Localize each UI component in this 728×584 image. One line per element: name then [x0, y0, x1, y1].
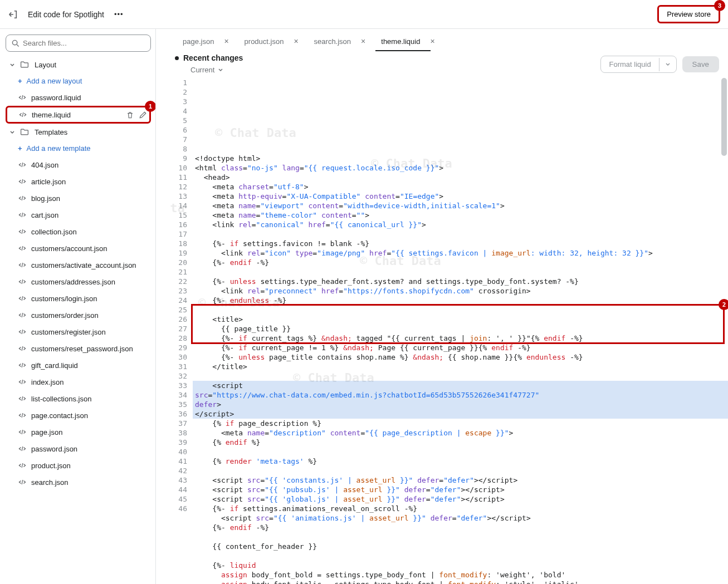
page-title: Edit code for Spotlight: [28, 10, 104, 19]
code-line-8[interactable]: <link rel="canonical" href="{{ canonical…: [193, 220, 728, 229]
code-line-5[interactable]: <meta http-equiv="X-UA-Compatible" conte…: [193, 192, 728, 201]
code-line-20[interactable]: {%- if current_tags %} &ndash; tagged "{…: [193, 333, 728, 343]
code-line-33[interactable]: {% render 'meta-tags' %}: [193, 457, 728, 466]
code-line-21[interactable]: {%- if current_page != 1 %} &ndash; Page…: [193, 343, 728, 352]
code-line-13[interactable]: [193, 267, 728, 277]
file-list-collections-json[interactable]: list-collections.json: [6, 390, 151, 407]
tab-page-json[interactable]: page.json×: [175, 31, 237, 51]
code-area[interactable]: © Chat Data © Chat Data © Chat Data © Ch…: [193, 78, 728, 584]
search-input[interactable]: [23, 39, 145, 47]
code-line-6[interactable]: <meta name="viewport" content="width=dev…: [193, 201, 728, 210]
code-line-28[interactable]: </script>: [193, 409, 728, 419]
code-line-41[interactable]: [193, 532, 728, 542]
code-line-35[interactable]: <script src="{{ 'constants.js' | asset_u…: [193, 475, 728, 485]
file-page-json[interactable]: page.json: [6, 424, 151, 440]
file-customers-addresses-json[interactable]: customers/addresses.json: [6, 273, 151, 290]
close-tab-icon[interactable]: ×: [294, 37, 298, 46]
code-line-24[interactable]: [193, 371, 728, 381]
file-blog-json[interactable]: blog.json: [6, 190, 151, 207]
code-line-25[interactable]: <script: [193, 381, 728, 390]
file-password-liquid[interactable]: password.liquid: [6, 89, 151, 106]
code-line-7[interactable]: <meta name="theme-color" content="">: [193, 210, 728, 220]
code-line-30[interactable]: <meta name="description" content="{{ pag…: [193, 428, 728, 438]
format-dropdown-icon[interactable]: [659, 58, 676, 71]
code-line-46[interactable]: assign body_font_italic = settings.type_…: [193, 580, 728, 584]
code-line-34[interactable]: [193, 466, 728, 475]
code-line-39[interactable]: <script src="{{ 'animations.js' | asset_…: [193, 513, 728, 523]
file-customers-register-json[interactable]: customers/register.json: [6, 323, 151, 340]
code-line-29[interactable]: {% if page_description %}: [193, 419, 728, 428]
code-line-27[interactable]: defer>: [193, 400, 728, 409]
code-line-17[interactable]: [193, 305, 728, 315]
code-line-9[interactable]: [193, 229, 728, 239]
search-files-box[interactable]: [6, 35, 151, 52]
unsaved-dot-icon: [175, 56, 179, 60]
search-icon: [12, 40, 19, 47]
file-article-json[interactable]: article.json: [6, 173, 151, 190]
add-templates[interactable]: +Add a new template: [6, 140, 151, 156]
code-line-38[interactable]: {%- if settings.animations_reveal_on_scr…: [193, 504, 728, 513]
save-button[interactable]: Save: [682, 56, 719, 72]
add-layout[interactable]: +Add a new layout: [6, 73, 151, 89]
code-line-32[interactable]: [193, 447, 728, 457]
exit-icon[interactable]: [8, 9, 18, 19]
file-customers-account-json[interactable]: customers/account.json: [6, 240, 151, 257]
file-customers-login-json[interactable]: customers/login.json: [6, 290, 151, 307]
code-line-42[interactable]: {{ content_for_header }}: [193, 542, 728, 551]
tab-theme-liquid[interactable]: theme.liquid×: [373, 31, 442, 51]
code-line-40[interactable]: {%- endif -%}: [193, 523, 728, 532]
code-line-12[interactable]: {%- endif -%}: [193, 258, 728, 267]
code-line-18[interactable]: <title>: [193, 315, 728, 324]
code-line-15[interactable]: <link rel="preconnect" href="https://fon…: [193, 286, 728, 296]
file-customers-reset_password-json[interactable]: customers/reset_password.json: [6, 340, 151, 357]
tab-product-json[interactable]: product.json×: [237, 31, 306, 51]
code-line-23[interactable]: </title>: [193, 362, 728, 371]
code-line-22[interactable]: {%- unless page_title contains shop.name…: [193, 352, 728, 362]
close-tab-icon[interactable]: ×: [361, 37, 365, 46]
file-page-contact-json[interactable]: page.contact.json: [6, 407, 151, 424]
code-line-11[interactable]: <link rel="icon" type="image/png" href="…: [193, 248, 728, 258]
code-line-10[interactable]: {%- if settings.favicon != blank -%}: [193, 239, 728, 248]
file-customers-order-json[interactable]: customers/order.json: [6, 307, 151, 323]
recent-changes-label: Recent changes: [183, 53, 243, 62]
file-collection-json[interactable]: collection.json: [6, 223, 151, 240]
code-line-44[interactable]: {%- liquid: [193, 561, 728, 570]
folder-layout[interactable]: Layout: [6, 56, 151, 73]
vertical-scrollbar[interactable]: [721, 78, 727, 156]
code-line-43[interactable]: [193, 551, 728, 561]
code-line-4[interactable]: <meta charset="utf-8">: [193, 182, 728, 192]
folder-templates[interactable]: Templates: [6, 124, 151, 140]
file-cart-json[interactable]: cart.json: [6, 207, 151, 223]
more-icon[interactable]: •••: [114, 10, 124, 18]
tab-search-json[interactable]: search.json×: [306, 31, 374, 51]
rename-icon[interactable]: [139, 111, 147, 119]
code-line-31[interactable]: {% endif %}: [193, 438, 728, 447]
file-gift_card-liquid[interactable]: gift_card.liquid: [6, 357, 151, 374]
annotation-badge-3: 3: [714, 0, 725, 11]
code-line-36[interactable]: <script src="{{ 'pubsub.js' | asset_url …: [193, 485, 728, 494]
close-tab-icon[interactable]: ×: [430, 37, 434, 46]
code-line-3[interactable]: <head>: [193, 173, 728, 182]
close-tab-icon[interactable]: ×: [224, 37, 228, 46]
code-line-1[interactable]: <!doctype html>: [193, 154, 728, 163]
code-editor[interactable]: 1234567891011121314151617181920212223242…: [169, 78, 728, 584]
code-line-2[interactable]: <html class="no-js" lang="{{ request.loc…: [193, 163, 728, 173]
file-product-json[interactable]: product.json: [6, 457, 151, 474]
file-customers-activate_account-json[interactable]: customers/activate_account.json: [6, 257, 151, 273]
version-dropdown[interactable]: Current: [190, 66, 223, 74]
file-index-json[interactable]: index.json: [6, 374, 151, 390]
code-line-14[interactable]: {%- unless settings.type_header_font.sys…: [193, 277, 728, 286]
code-line-19[interactable]: {{ page_title }}: [193, 324, 728, 333]
format-liquid-button[interactable]: Format liquid: [600, 56, 676, 73]
file-theme-liquid[interactable]: theme.liquid1: [6, 106, 151, 124]
code-line-16[interactable]: {%- endunless -%}: [193, 296, 728, 305]
file-404-json[interactable]: 404.json: [6, 156, 151, 173]
preview-store-button[interactable]: Preview store 3: [657, 5, 720, 23]
delete-icon[interactable]: [126, 111, 134, 119]
code-line-45[interactable]: assign body_font_bold = settings.type_bo…: [193, 570, 728, 580]
recent-changes[interactable]: Recent changes: [175, 53, 243, 62]
code-line-26[interactable]: src="https://www.chat-data.com/embed.min…: [193, 390, 728, 400]
code-line-37[interactable]: <script src="{{ 'global.js' | asset_url …: [193, 494, 728, 504]
file-password-json[interactable]: password.json: [6, 440, 151, 457]
file-search-json[interactable]: search.json: [6, 474, 151, 490]
